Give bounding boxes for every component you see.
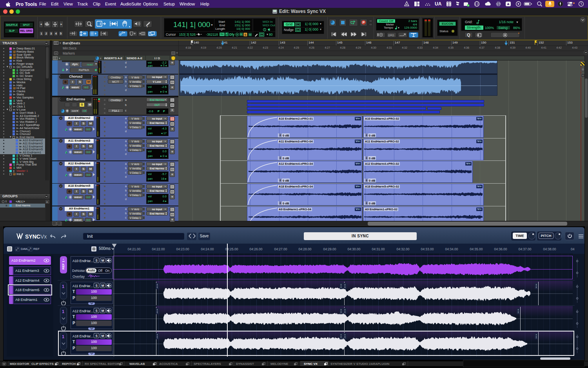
- svg-text:Σ: Σ: [13, 169, 15, 173]
- svg-text:((A)): ((A)): [388, 33, 394, 37]
- svg-text:P: P: [363, 20, 365, 24]
- svg-text:Q: Q: [467, 33, 470, 37]
- svg-text:a: a: [46, 200, 48, 203]
